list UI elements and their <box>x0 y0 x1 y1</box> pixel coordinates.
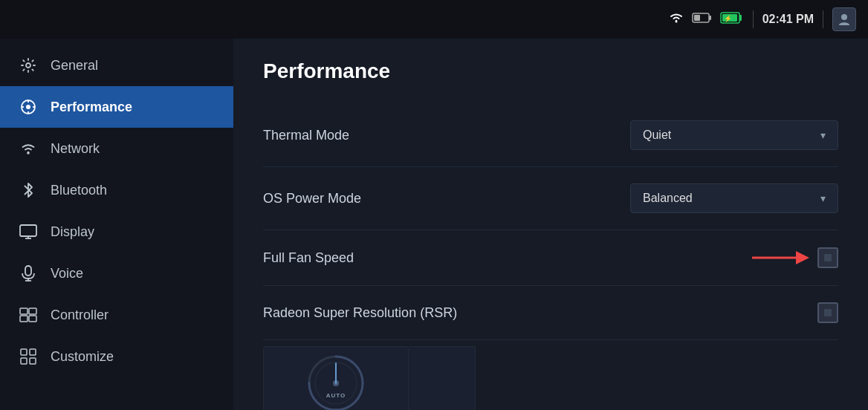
thermal-mode-row: Thermal Mode Quiet ▾ <box>263 104 838 167</box>
topbar-divider2 <box>823 10 823 28</box>
svg-point-11 <box>26 105 30 109</box>
os-power-mode-label: OS Power Mode <box>263 191 361 206</box>
svg-rect-33 <box>824 254 832 261</box>
dial-svg: AUTO <box>307 354 365 410</box>
sidebar-item-performance[interactable]: Performance <box>0 86 233 128</box>
svg-rect-29 <box>21 358 27 364</box>
svg-text:AUTO: AUTO <box>326 392 346 399</box>
full-fan-speed-row: Full Fan Speed <box>263 230 838 286</box>
sidebar-item-controller[interactable]: Controller <box>0 294 233 336</box>
thermal-mode-value: Quiet <box>643 128 671 142</box>
svg-rect-26 <box>29 316 36 322</box>
svg-rect-27 <box>21 349 27 355</box>
svg-rect-34 <box>824 309 832 316</box>
battery-small-icon <box>692 11 713 27</box>
sidebar-customize-label: Customize <box>51 349 114 365</box>
svg-rect-24 <box>29 308 36 314</box>
rsr-label: Radeon Super Resolution (RSR) <box>263 305 457 321</box>
svg-text:⚡: ⚡ <box>724 14 733 23</box>
sidebar-general-label: General <box>51 58 98 74</box>
topbar-time: 02:41 PM <box>762 13 814 26</box>
dropdown-arrow-power: ▾ <box>820 192 826 204</box>
battery-charging-icon: ⚡ <box>720 11 744 27</box>
svg-point-0 <box>675 20 677 22</box>
sidebar-network-label: Network <box>51 141 100 157</box>
full-fan-speed-label: Full Fan Speed <box>263 250 354 266</box>
svg-rect-25 <box>20 316 27 322</box>
svg-rect-2 <box>709 16 711 20</box>
svg-point-8 <box>841 14 847 20</box>
os-power-mode-value: Balanced <box>643 192 693 205</box>
network-icon <box>18 138 39 159</box>
svg-rect-23 <box>20 308 27 314</box>
svg-rect-17 <box>20 225 36 236</box>
sidebar-item-bluetooth[interactable]: Bluetooth <box>0 169 233 211</box>
sidebar-voice-label: Voice <box>51 266 83 282</box>
red-arrow-indicator <box>752 247 812 269</box>
sidebar-performance-label: Performance <box>51 100 132 115</box>
dial-container: AUTO <box>307 354 365 410</box>
wifi-icon <box>668 12 684 27</box>
os-power-mode-row: OS Power Mode Balanced ▾ <box>263 167 838 230</box>
thermal-mode-dropdown[interactable]: Quiet ▾ <box>630 120 838 150</box>
display-icon <box>18 221 39 242</box>
user-avatar[interactable] <box>832 7 856 31</box>
performance-icon <box>18 97 39 117</box>
dial-panel-right <box>409 346 476 410</box>
bluetooth-icon <box>18 180 39 201</box>
sidebar-item-network[interactable]: Network <box>0 128 233 169</box>
topbar-status-icons: ⚡ <box>668 11 744 27</box>
full-fan-speed-toggle[interactable] <box>817 247 838 268</box>
app-layout: General Performance <box>0 39 868 410</box>
sidebar-item-general[interactable]: General <box>0 45 233 86</box>
sidebar-item-customize[interactable]: Customize <box>0 336 233 377</box>
dial-area: AUTO <box>263 346 838 410</box>
rsr-row: Radeon Super Resolution (RSR) <box>263 286 838 340</box>
sidebar-bluetooth-label: Bluetooth <box>51 183 107 198</box>
svg-point-16 <box>27 152 30 154</box>
dropdown-arrow-thermal: ▾ <box>820 129 826 141</box>
sidebar-controller-label: Controller <box>51 308 108 323</box>
full-fan-speed-controls <box>752 247 838 269</box>
gear-icon <box>18 55 39 76</box>
topbar-divider <box>753 10 754 28</box>
svg-rect-20 <box>25 266 31 276</box>
customize-icon <box>18 346 39 367</box>
svg-rect-28 <box>30 349 36 355</box>
rsr-toggle[interactable] <box>817 302 838 323</box>
svg-rect-5 <box>739 15 742 21</box>
svg-rect-3 <box>694 15 700 21</box>
os-power-mode-dropdown[interactable]: Balanced ▾ <box>630 183 838 213</box>
thermal-mode-label: Thermal Mode <box>263 128 349 143</box>
svg-point-9 <box>26 63 30 68</box>
voice-icon <box>18 263 39 284</box>
svg-rect-30 <box>30 358 36 364</box>
sidebar: General Performance <box>0 39 233 410</box>
topbar: ⚡ 02:41 PM <box>0 0 868 39</box>
main-content: Performance Thermal Mode Quiet ▾ OS Powe… <box>233 39 868 410</box>
controller-icon <box>18 305 39 325</box>
sidebar-item-display[interactable]: Display <box>0 211 233 253</box>
page-title: Performance <box>263 59 838 83</box>
sidebar-item-voice[interactable]: Voice <box>0 253 233 294</box>
dial-panel: AUTO <box>263 346 409 410</box>
sidebar-display-label: Display <box>51 224 94 240</box>
